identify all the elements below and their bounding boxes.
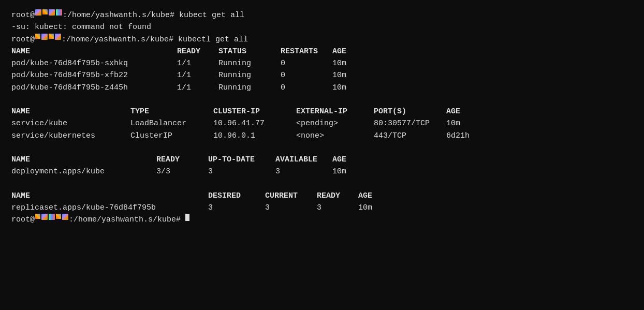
pod2-name: pod/kube-76d84f795b-xfb22 — [11, 69, 177, 81]
svc-header-row: NAME TYPE CLUSTER-IP EXTERNAL-IP PORT(S)… — [11, 106, 633, 117]
pixel-block-last-a — [35, 214, 40, 219]
pod3-age: 10m — [332, 82, 346, 94]
rs-col-name: NAME — [11, 190, 208, 202]
svc2-ports: 443/TCP — [374, 130, 446, 142]
pods-header-row: NAME READY STATUS RESTARTS AGE — [11, 46, 633, 57]
pod2-status: Running — [218, 69, 281, 81]
terminal-window: root@ :/home/yashwanth.s/kube# kubect ge… — [0, 0, 644, 310]
svc-row-1: service/kube LoadBalancer 10.96.41.77 <p… — [11, 117, 633, 129]
rs-col-ready: READY — [317, 190, 358, 202]
svc-col-age: AGE — [446, 106, 460, 117]
pixel-block-1a — [35, 9, 41, 16]
pod1-name: pod/kube-76d84f795b-sxhkq — [11, 57, 177, 69]
blank-line-3 — [11, 178, 633, 190]
pixel-block-last-e — [62, 214, 68, 220]
pixel-block-1b — [42, 9, 48, 14]
pod-row-1: pod/kube-76d84f795b-sxhkq 1/1 Running 0 … — [11, 57, 633, 69]
rs1-name: replicaset.apps/kube-76d84f795b — [11, 202, 208, 214]
dep-header-row: NAME READY UP-TO-DATE AVAILABLE AGE — [11, 154, 633, 166]
prompt-path-1: :/home/yashwanth.s/kube# — [63, 9, 174, 21]
prompt-path-last: :/home/yashwanth.s/kube# — [69, 214, 185, 226]
rs-row-1: replicaset.apps/kube-76d84f795b 3 3 3 10… — [11, 202, 633, 214]
svc-col-type: TYPE — [130, 106, 213, 117]
svc2-cluster: 10.96.0.1 — [213, 130, 296, 142]
pixel-block-1c — [49, 9, 55, 16]
dep-col-ready: READY — [156, 154, 208, 166]
pod3-ready: 1/1 — [177, 82, 218, 94]
pod1-ready: 1/1 — [177, 57, 218, 69]
dep1-available: 3 — [275, 166, 332, 178]
pixel-block-2d — [55, 34, 61, 40]
prompt-path-2: :/home/yashwanth.s/kube# — [62, 34, 173, 46]
error-text: -su: kubect: command not found — [11, 21, 151, 33]
command-text-2: kubectl get all — [173, 34, 248, 46]
pixel-block-1d — [56, 9, 62, 16]
pod2-age: 10m — [332, 69, 346, 81]
pod-row-3: pod/kube-76d84f795b-z445h 1/1 Running 0 … — [11, 82, 633, 94]
dep-col-available: AVAILABLE — [275, 154, 332, 166]
pixel-block-last-b — [41, 214, 48, 220]
pod1-age: 10m — [332, 57, 346, 69]
command-line-1: root@ :/home/yashwanth.s/kube# kubect ge… — [11, 9, 633, 21]
rs1-age: 10m — [358, 202, 372, 214]
pixel-block-last-c — [49, 214, 55, 220]
dep-row-1: deployment.apps/kube 3/3 3 3 10m — [11, 166, 633, 178]
dep-col-age: AGE — [332, 154, 346, 166]
pixel-block-2b — [41, 34, 48, 40]
svc2-external: <none> — [296, 130, 374, 142]
pod-row-2: pod/kube-76d84f795b-xfb22 1/1 Running 0 … — [11, 69, 633, 81]
pod2-restarts: 0 — [281, 69, 332, 81]
pixel-block-2c — [49, 34, 54, 39]
error-line: -su: kubect: command not found — [11, 21, 633, 33]
pod3-restarts: 0 — [281, 82, 332, 94]
svc-col-cluster: CLUSTER-IP — [213, 106, 296, 117]
terminal-cursor — [185, 214, 189, 221]
prompt-root-2: root@ — [11, 34, 35, 46]
prompt-root-1: root@ — [11, 9, 35, 21]
pod1-status: Running — [218, 57, 281, 69]
pods-col-status: STATUS — [218, 46, 281, 57]
svc1-external: <pending> — [296, 117, 374, 129]
pixel-block-last-d — [56, 214, 61, 219]
pod3-name: pod/kube-76d84f795b-z445h — [11, 82, 177, 94]
dep-col-uptodate: UP-TO-DATE — [208, 154, 275, 166]
pods-col-ready: READY — [177, 46, 218, 57]
rs-col-age: AGE — [358, 190, 372, 202]
rs1-ready: 3 — [317, 202, 358, 214]
pod3-status: Running — [218, 82, 281, 94]
pixel-block-2a — [35, 34, 40, 39]
pods-col-age: AGE — [332, 46, 346, 57]
svc1-cluster: 10.96.41.77 — [213, 117, 296, 129]
svc-col-name: NAME — [11, 106, 130, 117]
pod1-restarts: 0 — [281, 57, 332, 69]
dep1-age: 10m — [332, 166, 346, 178]
pods-col-restarts: RESTARTS — [281, 46, 332, 57]
svc-row-2: service/kubernetes ClusterIP 10.96.0.1 <… — [11, 130, 633, 142]
dep-col-name: NAME — [11, 154, 156, 166]
prompt-root-last: root@ — [11, 214, 35, 226]
blank-line-2 — [11, 142, 633, 154]
rs-header-row: NAME DESIRED CURRENT READY AGE — [11, 190, 633, 202]
svc2-type: ClusterIP — [130, 130, 213, 142]
rs-col-current: CURRENT — [265, 190, 317, 202]
dep1-uptodate: 3 — [208, 166, 275, 178]
pods-col-name: NAME — [11, 46, 177, 57]
command-text-1: kubect get all — [174, 9, 244, 21]
rs1-desired: 3 — [208, 202, 265, 214]
dep1-ready: 3/3 — [156, 166, 208, 178]
last-prompt-line: root@ :/home/yashwanth.s/kube# — [11, 214, 633, 226]
dep1-name: deployment.apps/kube — [11, 166, 156, 178]
svc1-type: LoadBalancer — [130, 117, 213, 129]
svc1-name: service/kube — [11, 117, 130, 129]
blank-line-1 — [11, 94, 633, 106]
command-line-2: root@ :/home/yashwanth.s/kube# kubectl g… — [11, 34, 633, 46]
svc1-age: 10m — [446, 117, 460, 129]
svc-col-ports: PORT(S) — [374, 106, 446, 117]
svc2-name: service/kubernetes — [11, 130, 130, 142]
svc-col-external: EXTERNAL-IP — [296, 106, 374, 117]
svc2-age: 6d21h — [446, 130, 470, 142]
rs1-current: 3 — [265, 202, 317, 214]
rs-col-desired: DESIRED — [208, 190, 265, 202]
svc1-ports: 80:30577/TCP — [374, 117, 446, 129]
pod2-ready: 1/1 — [177, 69, 218, 81]
